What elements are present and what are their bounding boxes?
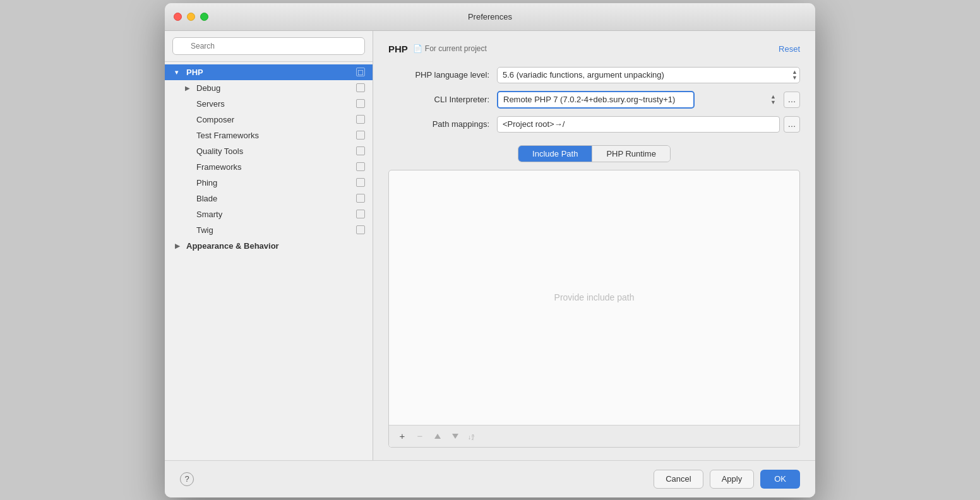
sidebar-item-icon [356, 131, 365, 140]
language-level-select[interactable]: 5.6 (variadic functions, argument unpack… [497, 67, 800, 83]
panel-title: PHP [388, 44, 408, 54]
sidebar-item-frameworks[interactable]: Frameworks [165, 159, 373, 175]
sidebar-item-icon [356, 146, 365, 155]
move-up-button[interactable] [431, 429, 445, 443]
cli-interpreter-label: CLI Interpreter: [388, 95, 489, 104]
bottom-bar: ? Cancel Apply OK [165, 460, 815, 497]
cli-interpreter-control: Remote PHP 7 (7.0.2-4+deb.sury.org~trust… [497, 91, 800, 109]
search-input[interactable] [172, 37, 365, 55]
svg-marker-1 [452, 434, 458, 439]
content-area: 🔍 ▾ PHP □ ▶ Debug [165, 31, 815, 460]
project-icon: 📄 [413, 44, 422, 53]
window-title: Preferences [468, 12, 512, 21]
sidebar-item-test-frameworks[interactable]: Test Frameworks [165, 128, 373, 143]
sort-icon: ↓ a z [468, 432, 478, 440]
sort-button[interactable]: ↓ a z [466, 429, 480, 443]
sidebar-item-blade[interactable]: Blade [165, 191, 373, 206]
remove-path-button[interactable]: − [413, 429, 427, 443]
titlebar: Preferences [165, 3, 815, 31]
close-button[interactable] [174, 13, 182, 21]
sidebar-item-composer[interactable]: Composer [165, 112, 373, 128]
for-project-text: For current project [425, 44, 487, 53]
sidebar-item-label: Quality Tools [196, 146, 356, 156]
path-mappings-row: Path mappings: … [388, 116, 800, 133]
php-expand-arrow: ▾ [175, 69, 185, 76]
sidebar-item-appearance[interactable]: ▶ Appearance & Behavior [165, 238, 373, 254]
interpreter-more-button[interactable]: … [784, 92, 800, 108]
svg-text:z: z [472, 436, 474, 440]
sidebar-item-php[interactable]: ▾ PHP □ [165, 64, 373, 80]
sidebar-item-icon [356, 115, 365, 124]
sidebar-item-label: PHP [186, 68, 356, 77]
language-level-select-wrap: 5.6 (variadic functions, argument unpack… [497, 67, 800, 83]
help-button[interactable]: ? [180, 472, 194, 486]
traffic-lights [174, 13, 208, 21]
path-mappings-control: … [497, 116, 800, 133]
include-path-placeholder-text: Provide include path [554, 292, 635, 302]
sidebar-item-icon: □ [356, 68, 365, 76]
debug-expand-arrow: ▶ [185, 85, 195, 92]
sidebar-item-quality-tools[interactable]: Quality Tools [165, 143, 373, 159]
include-path-area: Provide include path + − ↓ a [388, 170, 800, 448]
tab-group: Include Path PHP Runtime [518, 145, 671, 162]
apply-button[interactable]: Apply [710, 470, 755, 489]
add-path-button[interactable]: + [395, 429, 409, 443]
sidebar-list: ▾ PHP □ ▶ Debug Servers [165, 62, 373, 460]
include-path-toolbar: + − ↓ a z [389, 425, 799, 447]
sidebar-item-label: Phing [196, 178, 356, 188]
sidebar: 🔍 ▾ PHP □ ▶ Debug [165, 31, 373, 460]
tab-php-runtime[interactable]: PHP Runtime [592, 146, 670, 162]
down-arrow-icon [451, 432, 459, 440]
include-path-placeholder: Provide include path [389, 170, 799, 425]
interpreter-arrows: ▲▼ [770, 94, 776, 105]
sidebar-item-label: Blade [196, 194, 356, 203]
sidebar-item-icon [356, 194, 365, 203]
up-arrow-icon [434, 432, 441, 440]
move-down-button[interactable] [448, 429, 462, 443]
language-level-label: PHP language level: [388, 70, 489, 80]
sidebar-item-label: Composer [196, 115, 356, 124]
path-mappings-more-button[interactable]: … [784, 116, 800, 133]
search-wrapper: 🔍 [172, 37, 365, 55]
sidebar-item-label: Frameworks [196, 162, 356, 172]
tab-row: Include Path PHP Runtime [388, 145, 800, 162]
svg-text:↓: ↓ [468, 434, 471, 440]
search-bar: 🔍 [165, 31, 373, 62]
path-mappings-input[interactable] [497, 116, 780, 133]
svg-marker-0 [434, 434, 441, 439]
sidebar-item-label: Twig [196, 225, 356, 235]
path-mappings-label: Path mappings: [388, 119, 489, 129]
for-project-label: 📄 For current project [413, 44, 487, 53]
sidebar-item-icon [356, 178, 365, 187]
sidebar-item-phing[interactable]: Phing [165, 175, 373, 191]
cli-interpreter-select[interactable]: Remote PHP 7 (7.0.2-4+deb.sury.org~trust… [497, 91, 695, 109]
sidebar-item-label: Test Frameworks [196, 131, 356, 140]
sidebar-item-icon [356, 99, 365, 108]
reset-button[interactable]: Reset [779, 44, 800, 54]
language-level-control: 5.6 (variadic functions, argument unpack… [497, 67, 800, 83]
sidebar-item-label: Appearance & Behavior [186, 241, 365, 251]
sidebar-item-icon [356, 210, 365, 218]
minimize-button[interactable] [187, 13, 195, 21]
appearance-expand-arrow: ▶ [175, 242, 185, 249]
main-header: PHP 📄 For current project Reset [388, 44, 800, 54]
tab-include-path[interactable]: Include Path [518, 146, 592, 162]
sidebar-item-label: Servers [196, 99, 356, 109]
ok-button[interactable]: OK [760, 470, 800, 489]
sidebar-item-debug[interactable]: ▶ Debug [165, 80, 373, 96]
cli-interpreter-row: CLI Interpreter: Remote PHP 7 (7.0.2-4+d… [388, 91, 800, 109]
sidebar-item-icon [356, 162, 365, 171]
sidebar-item-label: Debug [196, 83, 356, 93]
sidebar-item-smarty[interactable]: Smarty [165, 206, 373, 222]
sidebar-item-icon [356, 83, 365, 92]
sidebar-item-twig[interactable]: Twig [165, 222, 373, 238]
main-panel: PHP 📄 For current project Reset PHP lang… [373, 31, 815, 460]
sidebar-item-servers[interactable]: Servers [165, 96, 373, 112]
maximize-button[interactable] [200, 13, 208, 21]
language-level-row: PHP language level: 5.6 (variadic functi… [388, 67, 800, 83]
sidebar-item-label: Smarty [196, 210, 356, 219]
sidebar-item-icon [356, 225, 365, 234]
cancel-button[interactable]: Cancel [654, 470, 703, 489]
interpreter-select-wrap: Remote PHP 7 (7.0.2-4+deb.sury.org~trust… [497, 91, 780, 109]
